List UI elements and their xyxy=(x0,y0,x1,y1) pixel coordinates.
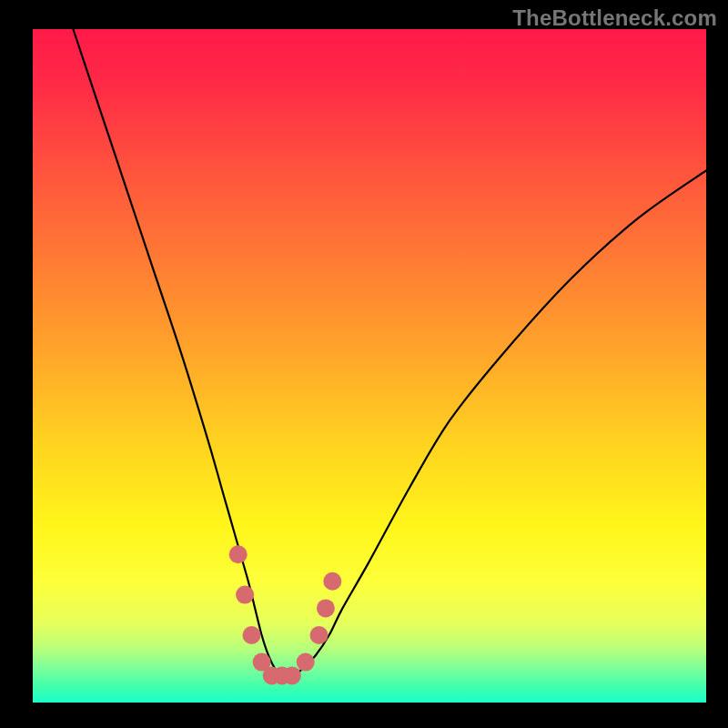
watermark-text: TheBottleneck.com xyxy=(512,5,717,31)
curve-marker xyxy=(229,545,248,563)
chart-frame: TheBottleneck.com xyxy=(0,0,728,728)
curve-marker xyxy=(317,599,335,617)
bottleneck-curve xyxy=(73,29,706,676)
curve-marker xyxy=(310,626,329,644)
curve-marker xyxy=(243,626,261,644)
chart-plot-area xyxy=(33,29,706,703)
curve-marker xyxy=(323,572,341,591)
curve-marker xyxy=(236,586,254,604)
curve-marker xyxy=(283,666,301,684)
curve-markers xyxy=(229,545,342,684)
chart-svg xyxy=(33,29,706,703)
curve-marker xyxy=(297,653,315,672)
